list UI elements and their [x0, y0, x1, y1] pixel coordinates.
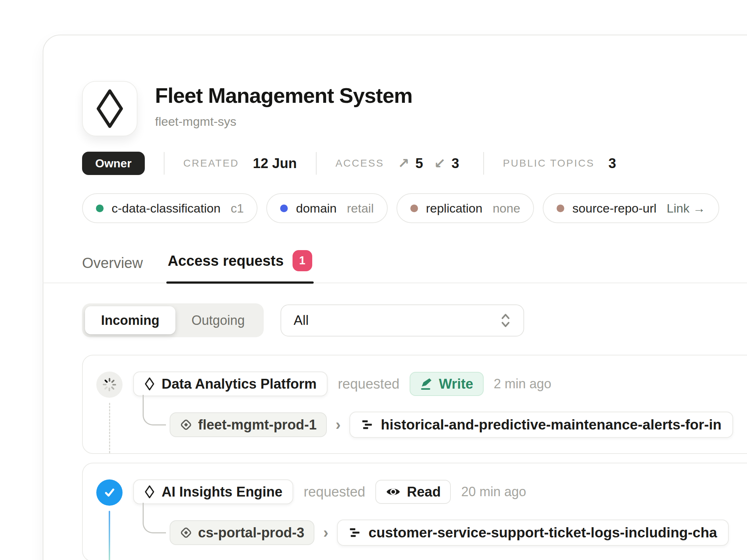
app-slug: fleet-mgmt-sys [155, 114, 412, 129]
pending-thread-line [109, 403, 110, 453]
meta-created: CREATED 12 Jun [183, 156, 297, 171]
public-topics-count: 3 [608, 156, 616, 171]
created-value: 12 Jun [253, 156, 297, 171]
access-label: ACCESS [336, 158, 384, 169]
public-topics-label: PUBLIC TOPICS [503, 158, 595, 169]
topic-lines-icon [361, 419, 374, 431]
app-detail-panel: Fleet Management System fleet-mgmt-sys O… [43, 35, 747, 560]
diamond-icon [144, 377, 155, 391]
arrow-down-left-icon: ↙ [434, 155, 446, 171]
filter-controls: Incoming Outgoing All [82, 303, 747, 337]
owner-badge: Owner [82, 152, 145, 175]
tag-domain[interactable]: domain retail [266, 193, 387, 223]
divider [316, 152, 317, 175]
tags-row: c-data-classification c1 domain retail r… [82, 193, 747, 223]
access-requests-count-badge: 1 [293, 250, 312, 271]
divider [483, 152, 484, 175]
meta-access: ACCESS ↗ 5 ↙ 3 [336, 155, 464, 171]
tab-overview[interactable]: Overview [82, 255, 143, 284]
meta-public-topics: PUBLIC TOPICS 3 [503, 156, 616, 171]
request-timestamp: 20 min ago [461, 484, 526, 499]
page-title: Fleet Management System [155, 84, 412, 107]
read-permission-badge: Read [375, 480, 451, 504]
cluster-chip[interactable]: cs-portal-prod-3 [170, 520, 314, 545]
topic-chip[interactable]: historical-and-predictive-maintenance-al… [349, 412, 733, 438]
arrow-up-right-icon: ↗ [398, 155, 410, 171]
chevron-up-down-icon [500, 312, 511, 328]
request-type-select-value: All [294, 313, 309, 328]
created-label: CREATED [183, 158, 239, 169]
source-repo-link[interactable]: Link → [667, 201, 705, 215]
tag-dot-icon [96, 205, 104, 212]
meta-row: Owner CREATED 12 Jun ACCESS ↗ 5 ↙ 3 PUBL… [82, 152, 747, 175]
topic-chip[interactable]: customer-service-support-ticket-logs-inc… [337, 520, 729, 546]
connector-elbow [143, 503, 166, 533]
eye-icon [386, 486, 401, 498]
pencil-icon [420, 377, 433, 390]
requester-app-chip[interactable]: Data Analytics Platform [133, 372, 328, 396]
request-type-select[interactable]: All [280, 304, 524, 337]
diamond-icon [96, 89, 124, 129]
active-tab-underline [166, 281, 314, 284]
requester-app-chip[interactable]: AI Insights Engine [133, 479, 293, 504]
cluster-diamond-icon [180, 419, 192, 431]
tag-dot-icon [280, 205, 288, 212]
app-logo [82, 81, 138, 136]
tab-divider [43, 283, 747, 283]
cluster-chip[interactable]: fleet-mgmt-prod-1 [170, 412, 327, 437]
access-incoming-count: 3 [452, 156, 459, 171]
diamond-icon [144, 485, 155, 499]
pending-status [96, 372, 123, 398]
direction-segmented-control: Incoming Outgoing [82, 303, 264, 337]
chevron-right-icon: › [323, 524, 328, 541]
tag-dot-icon [410, 205, 418, 212]
approved-status [96, 479, 123, 506]
tag-dot-icon [557, 205, 564, 212]
spinner-icon [101, 377, 117, 393]
chevron-right-icon: › [336, 416, 341, 433]
incoming-segment-button[interactable]: Incoming [85, 306, 175, 334]
connector-elbow [143, 395, 166, 425]
requested-label: requested [303, 484, 365, 500]
approved-thread-line [109, 511, 110, 560]
cluster-diamond-icon [180, 526, 192, 539]
check-icon [102, 485, 117, 500]
requested-label: requested [338, 376, 399, 392]
tab-access-requests[interactable]: Access requests 1 [168, 250, 312, 284]
tag-source-repo-url[interactable]: source-repo-url Link → [543, 193, 719, 223]
access-outgoing-count: 5 [415, 156, 423, 171]
tag-replication[interactable]: replication none [396, 193, 534, 223]
access-request-card: AI Insights Engine requested Read 20 min… [82, 463, 747, 560]
write-permission-badge: Write [410, 372, 483, 396]
outgoing-segment-button[interactable]: Outgoing [175, 306, 261, 334]
access-request-card: Data Analytics Platform requested Write … [82, 355, 747, 454]
request-timestamp: 2 min ago [494, 376, 551, 392]
tag-data-classification[interactable]: c-data-classification c1 [82, 193, 258, 223]
topic-lines-icon [349, 526, 361, 539]
header: Fleet Management System fleet-mgmt-sys [82, 81, 747, 136]
divider [164, 152, 165, 175]
tab-bar: Overview Access requests 1 [82, 250, 747, 284]
